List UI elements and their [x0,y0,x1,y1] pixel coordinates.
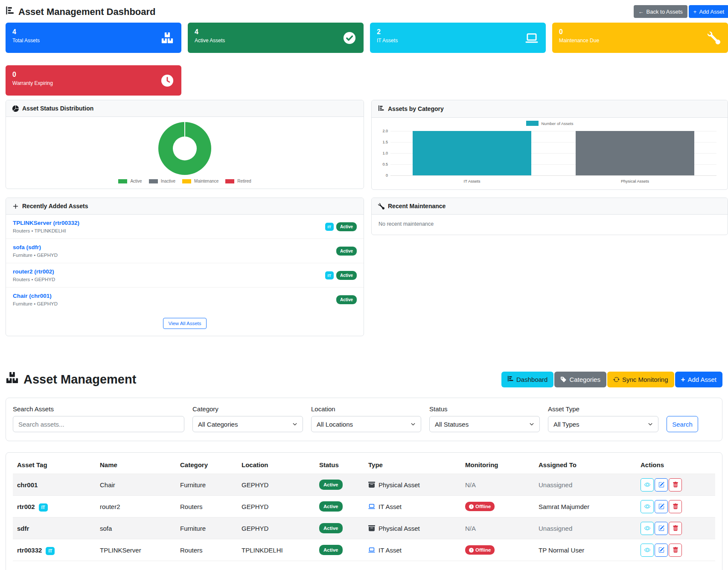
y-axis-tick: 0 [374,173,388,177]
column-header-monitoring: Monitoring [462,455,535,474]
status-distribution-panel: Asset Status Distribution ActiveInactive… [6,100,364,189]
delete-button[interactable] [669,478,682,491]
donut-hole [173,137,197,160]
edit-button[interactable] [655,544,668,557]
asset-tag: rtr00332 [17,547,42,554]
boxes-icon [161,32,174,44]
legend-item: Retired [225,179,251,183]
delete-button[interactable] [669,500,682,513]
sync-monitoring-button[interactable]: Sync Monitoring [607,372,674,387]
check-circle-icon [343,32,356,44]
assigned-to: TP Normal User [535,539,637,561]
view-button[interactable] [641,544,654,557]
stat-value: 4 [12,28,175,36]
stat-label: Warranty Expiring [12,80,175,86]
status-select[interactable]: All Statuses [429,416,540,432]
pencil-square-icon [658,482,664,488]
filter-bar: Search Assets Category All Categories Lo… [6,398,722,441]
view-all-assets-button[interactable]: View All Assets [163,318,206,329]
delete-button[interactable] [669,544,682,557]
delete-button[interactable] [669,522,682,535]
categories-button[interactable]: Categories [554,372,606,387]
page-title-text: Asset Management Dashboard [18,6,156,17]
panel-header: Assets by Category [372,100,728,118]
view-button[interactable] [641,478,654,491]
bar-chart-icon [378,105,384,113]
legend-swatch [526,121,539,126]
legend-swatch [182,179,191,183]
recent-asset-info: TPLINKServer (rtr00332) Routers • TPLINK… [13,220,79,233]
view-button[interactable] [641,500,654,513]
edit-button[interactable] [655,500,668,513]
status-badge: Active [319,545,343,555]
panel-title: Assets by Category [388,105,444,112]
eye-icon [644,525,650,531]
recent-asset-link[interactable]: Chair (chr001) [13,293,58,299]
top-bar: Asset Management Dashboard ← Back to Ass… [0,0,728,17]
legend-label: Retired [237,179,251,183]
edit-button[interactable] [655,522,668,535]
column-header-status: Status [316,455,365,474]
back-to-assets-button[interactable]: ← Back to Assets [634,5,687,18]
recent-asset-meta: Routers • GEPHYD [13,277,55,282]
add-asset-button-top[interactable]: + Add Asset [689,5,728,18]
wrench-icon [378,203,384,209]
location-select[interactable]: All Locations [311,416,421,432]
asset-type-icon [368,481,375,488]
location-value: All Locations [317,421,353,428]
search-button[interactable]: Search [667,416,698,432]
chart-legend: Number of Assets [372,121,728,126]
stat-value: 4 [195,28,357,36]
recent-asset-badges: Active [336,247,357,256]
table-row: sdfr sofa Furniture GEPHYD Active Physic… [13,518,715,539]
legend-label: Active [130,179,142,183]
y-axis-tick: 1.0 [374,151,388,155]
plus-icon: + [693,9,697,15]
view-button[interactable] [641,522,654,535]
section-title-text: Asset Management [23,372,136,387]
arrow-left-icon: ← [638,9,644,15]
section-title: Asset Management [6,371,136,387]
status-group: Status All Statuses [429,405,540,432]
asset-category: Routers [177,496,238,518]
column-header-location: Location [238,455,316,474]
pencil-square-icon [658,503,664,509]
asset-name: sofa [96,518,177,539]
category-select[interactable]: All Categories [192,416,303,432]
page-title: Asset Management Dashboard [6,6,722,17]
stat-label: Active Assets [195,38,357,44]
bar-chart-icon [6,6,15,17]
y-axis-tick: 1.5 [374,140,388,144]
recent-maintenance-panel: Recent Maintenance No recent maintenance [371,198,728,235]
assets-by-category-panel: Assets by Category Number of Assets 2.01… [371,100,728,190]
exclamation-circle-icon [469,504,474,509]
recent-asset-badges: Active [336,295,357,304]
column-header-actions: Actions [637,455,715,474]
boxes-icon [6,371,19,387]
recently-added-panel: Recently Added Assets TPLINKServer (rtr0… [6,198,364,336]
bar-chart-plot: 2.01.51.00.50IT AssetsPhysical Assets [390,131,716,175]
eye-icon [644,547,650,553]
search-input[interactable] [13,416,184,432]
asset-type-select[interactable]: All Types [548,416,658,432]
offline-badge: Offline [465,502,495,511]
recent-row: Recently Added Assets TPLINKServer (rtr0… [6,198,728,336]
trash-icon [673,525,678,531]
recent-asset-link[interactable]: TPLINKServer (rtr00332) [13,220,79,226]
add-asset-button[interactable]: + Add Asset [675,372,722,387]
recent-asset-info: Chair (chr001) Furniture • GEPHYD [13,293,58,306]
sync-monitoring-label: Sync Monitoring [622,376,668,383]
asset-type: IT Asset [379,503,402,510]
recent-asset-link[interactable]: router2 (rtr002) [13,268,55,275]
bar-physical-assets [576,131,695,175]
recent-asset-link[interactable]: sofa (sdfr) [13,244,58,250]
chevron-down-icon [411,422,416,427]
dashboard-button[interactable]: Dashboard [501,372,553,387]
stat-cards-row: 4 Total Assets 4 Active Assets 2 IT Asse… [6,23,728,53]
chevron-down-icon [292,422,297,427]
category-value: All Categories [198,421,238,428]
edit-button[interactable] [655,478,668,491]
charts-row: Asset Status Distribution ActiveInactive… [6,100,728,190]
stat-value: 0 [559,28,721,36]
stat-card-total-assets: 4 Total Assets [6,23,181,53]
